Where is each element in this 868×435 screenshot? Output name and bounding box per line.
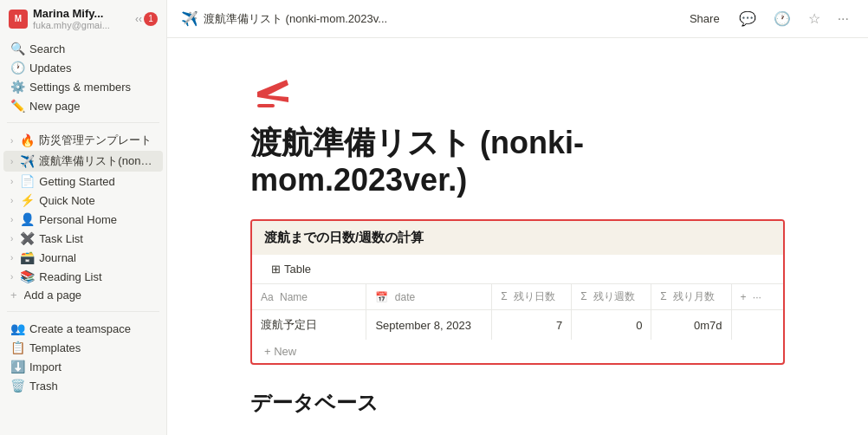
sidebar-item-search[interactable]: 🔍 Search <box>3 39 163 58</box>
history-icon: 🕐 <box>774 11 791 26</box>
sidebar-item-task-list[interactable]: › ✖️ Task List <box>3 229 163 248</box>
sidebar-item-getting-started[interactable]: › 📄 Getting Started <box>3 172 163 191</box>
chevron-icon: › <box>10 177 13 186</box>
row-extra-cell <box>731 310 783 341</box>
header-controls: ‹‹ 1 <box>135 12 158 26</box>
search-label: Search <box>29 42 65 55</box>
col-prefix-name: Aa <box>261 291 274 303</box>
sidebar-divider-2 <box>7 311 159 312</box>
col-header-date: 📅 date <box>366 284 492 310</box>
plane-icon: ✈️ <box>20 154 34 168</box>
grid-icon: 🗃️ <box>20 250 34 264</box>
table-view-button[interactable]: ⊞ Table <box>264 260 318 278</box>
sidebar-item-templates[interactable]: 📋 Templates <box>3 338 163 357</box>
chevron-icon: › <box>10 157 13 166</box>
journal-label: Journal <box>39 251 76 264</box>
settings-label: Settings & members <box>29 81 131 94</box>
new-page-icon: ✏️ <box>10 99 24 113</box>
favorite-icon-button[interactable]: ☆ <box>803 7 826 30</box>
add-col-icon: + <box>741 291 747 303</box>
sidebar-item-trash[interactable]: 🗑️ Trash <box>3 376 163 395</box>
sidebar-divider-1 <box>7 122 159 123</box>
sidebar-item-bosai[interactable]: › 🔥 防災管理テンプレート <box>3 130 163 151</box>
col-prefix-weeks: Σ <box>580 290 586 302</box>
sidebar-item-settings[interactable]: ⚙️ Settings & members <box>3 77 163 96</box>
share-button[interactable]: Share <box>683 9 727 29</box>
col-prefix-date: 📅 <box>375 291 388 303</box>
template-icon: 📋 <box>10 341 24 354</box>
teamspace-icon: 👥 <box>10 321 24 335</box>
workspace-header[interactable]: M Marina Mify... fuka.mhy@gmai... ‹‹ 1 <box>0 0 166 37</box>
topbar-page-icon: ✈️ <box>181 10 198 27</box>
sidebar-bottom: 👥 Create a teamspace 📋 Templates ⬇️ Impo… <box>0 317 166 397</box>
col-prefix-months: Σ <box>660 290 666 302</box>
page-header-icon <box>250 73 785 117</box>
updates-label: Updates <box>29 62 71 75</box>
bolt-icon: ⚡ <box>20 193 34 207</box>
col-header-days: Σ 残り日数 <box>492 284 572 310</box>
database-table: Aa Name 📅 date Σ 残り日数 Σ <box>252 284 783 340</box>
row-name-cell[interactable]: 渡航予定日 <box>252 310 366 341</box>
row-days-cell: 7 <box>492 310 572 341</box>
page-content: 渡航準備リスト (nonki-mom.2023ver.) 渡航までの日数/週数の… <box>167 38 868 435</box>
person-icon: 👤 <box>20 212 34 226</box>
x-icon: ✖️ <box>20 231 34 245</box>
table-view-icon: ⊞ <box>271 263 281 276</box>
sidebar-item-import[interactable]: ⬇️ Import <box>3 357 163 376</box>
sidebar-pages: › 🔥 防災管理テンプレート › ✈️ 渡航準備リスト(nonki-m... ›… <box>0 128 166 306</box>
comment-icon-button[interactable]: 💬 <box>734 7 761 30</box>
chevron-icon: › <box>10 215 13 224</box>
workspace-name: Marina Mify... <box>33 7 130 20</box>
more-cols-icon: ··· <box>753 291 761 303</box>
database-title: 渡航までの日数/週数の計算 <box>252 221 783 255</box>
sidebar-item-reading-list[interactable]: › 📚 Reading List <box>3 267 163 286</box>
chevron-left-icon: ‹‹ <box>135 13 142 25</box>
history-icon-button[interactable]: 🕐 <box>768 7 796 30</box>
templates-label: Templates <box>29 341 81 354</box>
sidebar-item-quick-note[interactable]: › ⚡ Quick Note <box>3 191 163 210</box>
sidebar-item-new-page[interactable]: ✏️ New page <box>3 96 163 115</box>
topbar-page-title: 渡航準備リスト (nonki-mom.2023v... <box>204 11 387 27</box>
col-header-weeks: Σ 残り週数 <box>572 284 651 310</box>
fire-icon: 🔥 <box>20 133 34 147</box>
import-icon: ⬇️ <box>10 360 24 373</box>
create-teamspace-label: Create a teamspace <box>29 322 131 335</box>
sidebar-item-personal-home[interactable]: › 👤 Personal Home <box>3 210 163 229</box>
reading-list-label: Reading List <box>39 270 101 283</box>
topbar-title-area: ✈️ 渡航準備リスト (nonki-mom.2023v... <box>181 10 683 27</box>
comment-icon: 💬 <box>739 11 756 26</box>
table-row: 渡航予定日 September 8, 2023 7 0 0m7d <box>252 310 783 341</box>
sidebar-item-watoko[interactable]: › ✈️ 渡航準備リスト(nonki-m... <box>3 151 163 172</box>
plus-icon: + <box>10 289 17 302</box>
doc-icon: 📄 <box>20 174 34 188</box>
user-avatar: M <box>9 10 28 29</box>
getting-started-label: Getting Started <box>39 175 114 188</box>
add-new-row[interactable]: + New <box>252 340 783 363</box>
table-view-label: Table <box>284 263 311 276</box>
quick-note-label: Quick Note <box>39 194 94 207</box>
search-icon: 🔍 <box>10 42 24 55</box>
sidebar-item-updates[interactable]: 🕐 Updates <box>3 58 163 77</box>
col-header-name: Aa Name <box>252 284 366 310</box>
bosai-label: 防災管理テンプレート <box>39 133 152 148</box>
more-icon: ··· <box>838 11 849 26</box>
sidebar-item-create-teamspace[interactable]: 👥 Create a teamspace <box>3 319 163 338</box>
watoko-label: 渡航準備リスト(nonki-m... <box>39 153 156 169</box>
more-options-button[interactable]: ··· <box>832 8 854 30</box>
svg-rect-0 <box>257 104 275 107</box>
trash-label: Trash <box>29 380 58 393</box>
main-area: ✈️ 渡航準備リスト (nonki-mom.2023v... Share 💬 🕐… <box>167 0 868 435</box>
personal-home-label: Personal Home <box>39 213 117 226</box>
chevron-icon: › <box>10 253 13 263</box>
chevron-icon: › <box>10 136 13 146</box>
user-email: fuka.mhy@gmai... <box>33 20 130 30</box>
sidebar-item-add-page[interactable]: + Add a page <box>3 286 163 304</box>
chevron-icon: › <box>10 272 13 282</box>
task-list-label: Task List <box>39 232 83 245</box>
col-header-add[interactable]: + ··· <box>731 284 783 310</box>
row-weeks-cell: 0 <box>572 310 651 341</box>
add-page-label: Add a page <box>24 289 82 302</box>
sidebar-item-journal[interactable]: › 🗃️ Journal <box>3 248 163 267</box>
col-header-months: Σ 残り月数 <box>651 284 731 310</box>
nav-actions: 🔍 Search 🕐 Updates ⚙️ Settings & members… <box>0 37 166 117</box>
